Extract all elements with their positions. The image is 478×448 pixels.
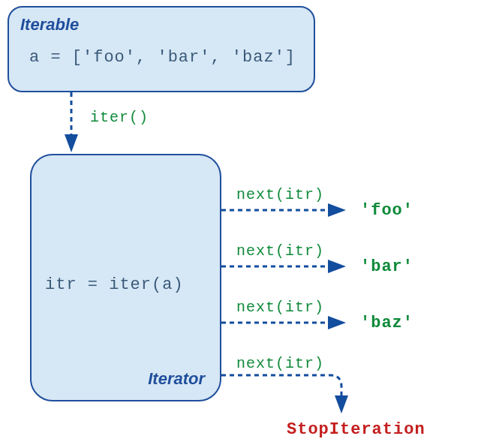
iterable-box: Iterable a = ['foo', 'bar', 'baz']: [8, 6, 315, 92]
stop-iteration: StopIteration: [287, 420, 425, 439]
next-arrow-4: [221, 368, 364, 420]
next-result-3: 'baz': [360, 314, 413, 332]
iterator-box: itr = iter(a) Iterator: [30, 154, 221, 401]
iterable-title: Iterable: [20, 15, 302, 35]
iterator-code: itr = iter(a): [45, 275, 184, 294]
next-arrow-1: [221, 203, 349, 218]
next-label-4: next(itr): [236, 355, 324, 372]
next-label-2: next(itr): [236, 242, 324, 260]
next-label-3: next(itr): [236, 299, 324, 316]
iterator-title: Iterator: [148, 369, 205, 389]
iter-arrow: [64, 92, 86, 156]
next-arrow-3: [221, 315, 349, 330]
iterable-code: a = ['foo', 'bar', 'baz']: [20, 48, 302, 67]
next-result-1: 'foo': [360, 201, 413, 220]
iter-call-label: iter(): [90, 109, 149, 126]
next-label-1: next(itr): [236, 186, 324, 203]
next-arrow-2: [221, 259, 349, 274]
next-result-2: 'bar': [360, 257, 413, 276]
